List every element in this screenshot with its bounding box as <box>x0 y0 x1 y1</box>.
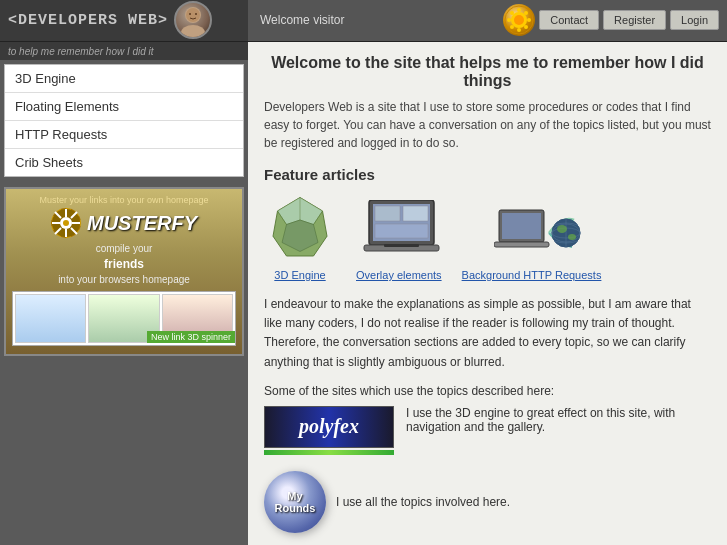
myrounds-desc: I use all the topics involved here. <box>336 495 510 509</box>
svg-rect-39 <box>384 244 419 247</box>
svg-point-18 <box>63 220 69 226</box>
globe-icon <box>494 195 569 265</box>
svg-point-4 <box>195 13 197 15</box>
ad-badge: New link 3D spinner <box>147 331 235 343</box>
nav-item-3d-engine[interactable]: 3D Engine <box>5 65 243 93</box>
svg-point-49 <box>568 234 576 240</box>
svg-point-13 <box>524 25 528 29</box>
myrounds-section: MyRounds I use all the topics involved h… <box>264 471 711 533</box>
svg-point-10 <box>507 18 511 22</box>
register-button[interactable]: Register <box>603 10 666 30</box>
page-title: Welcome to the site that helps me to rem… <box>264 54 711 90</box>
ad-screen-mini-1 <box>15 294 86 343</box>
svg-rect-35 <box>375 206 400 221</box>
feature-title: Feature articles <box>264 166 711 183</box>
logo-avatar <box>174 1 212 39</box>
feature-link-3d-engine[interactable]: 3D Engine <box>274 269 325 281</box>
polyfex-banner-wrapper: polyfex <box>264 406 394 461</box>
svg-point-2 <box>186 8 200 22</box>
ad-compile-text: compile your friends into your browsers … <box>12 242 236 287</box>
nav-item-floating-elements[interactable]: Floating Elements <box>5 93 243 121</box>
header: <DEVELOPERS WEB> Welcome visitor <box>0 0 727 42</box>
polyfex-bar <box>264 450 394 455</box>
nav-menu: 3D Engine Floating Elements HTTP Request… <box>4 64 244 177</box>
intro-text: Developers Web is a site that I use to s… <box>264 98 711 152</box>
svg-point-3 <box>189 13 191 15</box>
logo-text: <DEVELOPERS WEB> <box>8 12 168 29</box>
ad-banner[interactable]: Muster your links into your own homepage <box>4 187 244 356</box>
header-middle: Welcome visitor <box>248 0 499 41</box>
svg-point-14 <box>524 11 528 15</box>
feature-link-http[interactable]: Background HTTP Requests <box>462 269 602 281</box>
myrounds-ball[interactable]: MyRounds <box>264 471 326 533</box>
3d-shape-icon <box>264 193 336 265</box>
feature-articles: 3D Engine <box>264 193 711 281</box>
ad-logo-area: MUSTERFY <box>12 208 236 238</box>
nav-item-http-requests[interactable]: HTTP Requests <box>5 121 243 149</box>
subheader: to help me remember how I did it <box>0 42 248 60</box>
compile-line2: into your browsers homepage <box>58 274 190 285</box>
polyfex-banner[interactable]: polyfex <box>264 406 394 448</box>
svg-rect-41 <box>502 213 541 239</box>
svg-point-15 <box>510 25 514 29</box>
feature-item-overlay: Overlay elements <box>356 200 442 281</box>
compile-bold: friends <box>104 257 144 271</box>
svg-point-12 <box>510 11 514 15</box>
welcome-text: Welcome visitor <box>260 13 344 27</box>
musterfy-logo-text: MUSTERFY <box>87 212 197 235</box>
compile-line1: compile your <box>96 243 153 254</box>
main-content: Welcome to the site that helps me to rem… <box>248 42 727 545</box>
laptop-icon <box>359 200 439 265</box>
main-layout: to help me remember how I did it 3D Engi… <box>0 42 727 545</box>
contact-button[interactable]: Contact <box>539 10 599 30</box>
svg-rect-42 <box>494 242 549 247</box>
svg-point-48 <box>557 225 567 233</box>
svg-point-1 <box>181 25 205 37</box>
sites-intro: Some of the sites which use the topics d… <box>264 384 711 398</box>
header-icon <box>503 4 535 36</box>
svg-rect-36 <box>403 206 428 221</box>
svg-point-7 <box>514 15 524 25</box>
body-text: I endeavour to make the explanations as … <box>264 295 711 372</box>
svg-rect-37 <box>375 224 428 238</box>
login-button[interactable]: Login <box>670 10 719 30</box>
svg-point-11 <box>527 18 531 22</box>
polyfex-desc: I use the 3D engine to great effect on t… <box>406 406 711 434</box>
myrounds-label: MyRounds <box>275 490 316 514</box>
sidebar: to help me remember how I did it 3D Engi… <box>0 42 248 545</box>
header-actions: Contact Register Login <box>499 0 727 41</box>
polyfex-section: polyfex I use the 3D engine to great eff… <box>264 406 711 461</box>
svg-point-9 <box>517 28 521 32</box>
logo-area: <DEVELOPERS WEB> <box>0 0 248 41</box>
musterfy-wheel-icon <box>51 208 81 238</box>
svg-point-8 <box>517 8 521 12</box>
polyfex-logo-text: polyfex <box>299 415 359 438</box>
ad-musterfy-title: Muster your links into your own homepage <box>12 195 236 205</box>
tagline: to help me remember how I did it <box>8 46 154 57</box>
feature-item-3d-engine: 3D Engine <box>264 193 336 281</box>
ad-screenshot: New link 3D spinner <box>12 291 236 346</box>
nav-item-crib-sheets[interactable]: Crib Sheets <box>5 149 243 176</box>
feature-item-http: Background HTTP Requests <box>462 195 602 281</box>
feature-link-overlay[interactable]: Overlay elements <box>356 269 442 281</box>
